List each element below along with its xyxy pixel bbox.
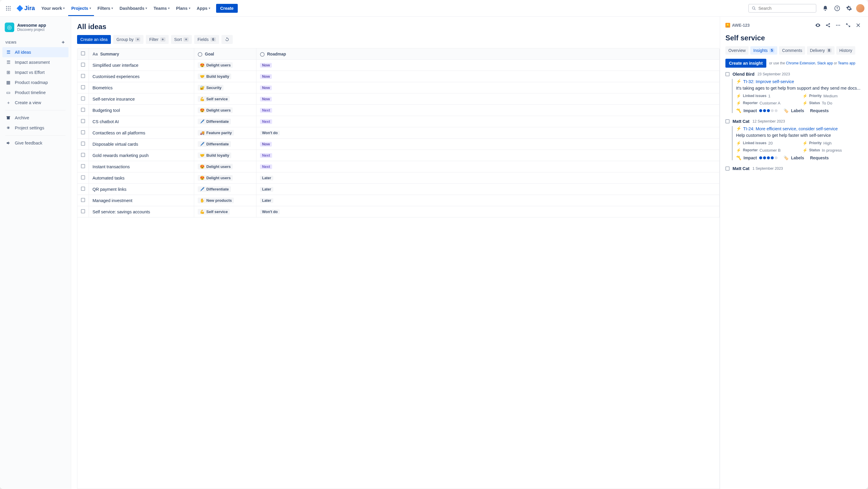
row-checkbox[interactable] [81,198,85,202]
table-row[interactable]: Budgeting tool 😍Delight users Next [78,105,719,116]
svg-point-5 [10,8,11,9]
row-checkbox[interactable] [81,142,85,146]
row-checkbox[interactable] [81,96,85,100]
table-row[interactable]: Customised experiences 🤝Build loyalty No… [78,71,719,82]
jira-logo-text: Jira [24,5,35,11]
table-row[interactable]: CS chatbot AI 🖊️Differentiate Next [78,116,719,127]
select-all-checkbox[interactable] [81,51,85,56]
search-box[interactable] [748,4,816,13]
create-idea-button[interactable]: Create an idea [77,35,111,44]
insight-linked-issue[interactable]: ⚡TI-32: Improve self-service [736,79,863,84]
sort-button[interactable]: Sort+ [171,35,192,44]
nav-dashboards[interactable]: Dashboards▾ [117,4,150,12]
svg-point-20 [838,25,839,26]
nav-your-work[interactable]: Your work▾ [38,4,68,12]
table-row[interactable]: Simplified user interface 😍Delight users… [78,60,719,71]
jira-logo[interactable]: Jira [14,5,37,11]
table-row[interactable]: QR payment links 🖊️Differentiate Later [78,184,719,195]
nav-projects[interactable]: Projects▾ [68,1,94,16]
sidebar-feedback[interactable]: Give feedback [2,138,68,148]
group-by-button[interactable]: Group by+ [113,35,144,44]
insight-date: 23 September 2023 [757,72,790,76]
sidebar: ◎ Awesome app Discovery project Views ＋ … [0,17,71,489]
create-insight-button[interactable]: Create an insight [725,59,766,68]
nav-teams[interactable]: Teams▾ [151,4,173,12]
cell-roadmap: Now [256,60,719,71]
create-button[interactable]: Create [216,4,238,13]
nav-apps[interactable]: Apps▾ [194,4,213,12]
insight-checkbox[interactable] [725,167,730,171]
notifications-icon[interactable] [820,4,830,13]
close-icon[interactable] [854,21,863,30]
impact-dots [759,109,778,112]
slack-app-link[interactable]: Slack app [817,61,833,65]
settings-icon[interactable] [844,4,854,13]
row-checkbox[interactable] [81,153,85,157]
insight-checkbox[interactable] [725,119,730,123]
sidebar-view-create-a-view[interactable]: ＋Create a view [2,97,68,108]
teams-app-link[interactable]: Teams app [838,61,856,65]
search-input[interactable] [758,6,813,11]
row-checkbox[interactable] [81,186,85,191]
table-row[interactable]: Contactless on all platforms 🚚Feature pa… [78,127,719,139]
column-summary[interactable]: AaSummary [89,48,194,60]
expand-icon[interactable] [844,21,852,30]
insight-checkbox[interactable] [725,72,730,76]
nav-plans[interactable]: Plans▾ [173,4,193,12]
project-header[interactable]: ◎ Awesome app Discovery project [2,21,68,37]
column-roadmap[interactable]: ◯Roadmap [256,48,719,60]
table-row[interactable]: Instant transactions 😍Delight users Next [78,161,719,172]
cell-summary: CS chatbot AI [89,116,194,127]
sidebar-view-product-timeline[interactable]: ▭Product timeline [2,88,68,97]
more-icon[interactable] [834,21,842,30]
tab-comments[interactable]: Comments [779,46,805,55]
row-checkbox[interactable] [81,130,85,135]
tab-history[interactable]: History [836,46,855,55]
tab-overview[interactable]: Overview [725,46,748,55]
cell-goal: 💪Self service [194,93,256,105]
chrome-extension-link[interactable]: Chrome Extension [786,61,815,65]
filter-button[interactable]: Filter+ [146,35,168,44]
column-goal[interactable]: ◯Goal [194,48,256,60]
row-checkbox[interactable] [81,164,85,168]
user-avatar[interactable] [856,4,864,12]
tab-insights[interactable]: Insights5 [750,46,777,55]
sidebar-view-impact-vs-effort[interactable]: ⊞Impact vs Effort [2,67,68,78]
row-checkbox[interactable] [81,108,85,112]
table-row[interactable]: Automated tasks 😍Delight users Later [78,172,719,184]
table-row[interactable]: Biometrics 🔐Security Now [78,82,719,93]
sidebar-settings[interactable]: Project settings [2,123,68,133]
table-row[interactable]: Gold rewards marketing push 🤝Build loyal… [78,150,719,161]
insight-linked-issue[interactable]: ⚡TI-24: More efficient service, consider… [736,126,863,131]
svg-line-17 [827,24,829,25]
sidebar-archive[interactable]: Archive [2,113,68,123]
sidebar-view-product-roadmap[interactable]: ▦Product roadmap [2,78,68,88]
row-checkbox[interactable] [81,175,85,179]
row-checkbox[interactable] [81,74,85,78]
issue-key[interactable]: 💡 AWE-123 [725,23,750,28]
share-icon[interactable] [824,21,832,30]
cell-summary: Self-service insurance [89,93,194,105]
row-checkbox[interactable] [81,119,85,123]
watch-icon[interactable] [813,21,823,30]
table-row[interactable]: Self service: savings accounts 💪Self ser… [78,206,719,218]
cell-roadmap: Won't do [256,127,719,139]
app-switcher-icon[interactable] [4,4,13,13]
table-row[interactable]: Disposable virtual cards 🖊️Differentiate… [78,139,719,150]
table-row[interactable]: Managed investment ✋New products Later [78,195,719,206]
help-icon[interactable]: ? [832,4,842,13]
row-checkbox[interactable] [81,85,85,89]
sidebar-view-all-ideas[interactable]: ☰All ideas [2,47,68,57]
insight-card: Matt Cat 1 September 2023 [725,166,863,171]
row-checkbox[interactable] [81,63,85,67]
content: All ideas Create an idea Group by+ Filte… [71,17,720,489]
tab-delivery[interactable]: Delivery8 [807,46,835,55]
sidebar-view-impact-assesment[interactable]: ☰Impact assesment [2,57,68,67]
table-row[interactable]: Self-service insurance 💪Self service Now [78,93,719,105]
autosave-icon[interactable] [221,35,233,44]
project-name: Awesome app [17,23,46,28]
nav-filters[interactable]: Filters▾ [95,4,116,12]
row-checkbox[interactable] [81,209,85,213]
fields-button[interactable]: Fields6 [194,35,219,44]
add-view-icon[interactable]: ＋ [61,39,66,46]
